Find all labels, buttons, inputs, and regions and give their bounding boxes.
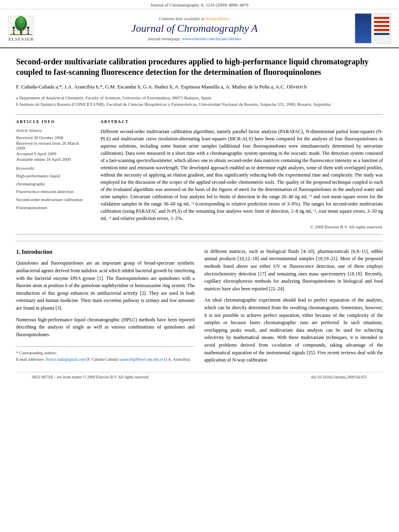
received-revised-date: Received in revised form 26 March 2009 (16, 141, 88, 150)
body-left-column: 1. Introduction Quinolones and fluoroqui… (16, 248, 195, 368)
top-bar: Journal of Chromatography A, 1216 (2009)… (0, 0, 399, 9)
svg-point-4 (18, 16, 24, 24)
keyword-2: Fluorescence emission detection (16, 188, 88, 196)
keywords-list: High-performance liquid chromatography F… (16, 172, 88, 212)
article-info-heading: ARTICLE INFO (16, 119, 88, 124)
authors: F. Cañada-Cañada a,*, J.A. Arancibia b,*… (16, 83, 383, 91)
svg-point-6 (12, 27, 15, 29)
email2-author: (J.A. Arancibia). (164, 357, 191, 362)
copyright-notice: © 2009 Elsevier B.V. All rights reserved… (101, 224, 383, 229)
email1[interactable]: florica nada@gmail.com (45, 357, 85, 362)
main-content: Second-order multivariate calibration pr… (0, 48, 399, 390)
issn-notice: 0021-9673/$ – see front matter © 2009 El… (32, 375, 149, 379)
journal-header: ELSEVIER Contents lists available at Sci… (0, 9, 399, 48)
section-divider (16, 241, 383, 241)
journal-title: Journal of Chromatography A (34, 23, 355, 35)
elsevier-logo: ELSEVIER (8, 16, 34, 41)
abstract-heading: ABSTRACT (101, 119, 383, 124)
article-info-column: ARTICLE INFO Article history: Received 3… (16, 119, 88, 229)
journal-homepage: journal homepage: www.elsevier.com/locat… (34, 36, 355, 41)
intro-paragraph-1: Quinolones and fluoroquinolones are an i… (16, 259, 195, 312)
science-direct-label: ScienceDirect (206, 16, 230, 21)
contents-line: Contents lists available at ScienceDirec… (34, 16, 355, 21)
body-right-column: in different matrices, such as biologica… (204, 248, 383, 368)
homepage-url: www.elsevier.com/locate/chroma (182, 36, 241, 41)
introduction-section: 1. Introduction Quinolones and fluoroqui… (16, 248, 383, 368)
email-line: E-mail addresses: florica nada@gmail.com… (16, 356, 195, 363)
bottom-bar: 0021-9673/$ – see front matter © 2009 El… (16, 372, 383, 382)
available-online-date: Available online 16 April 2009 (16, 157, 88, 162)
affiliation-b: b Instituto de Química Rosario (CONICET-… (16, 101, 383, 108)
elsevier-label: ELSEVIER (8, 37, 34, 41)
abstract-column: ABSTRACT Different second-order multivar… (101, 119, 383, 229)
introduction-title: 1. Introduction (16, 248, 195, 257)
article-title: Second-order multivariate calibration pr… (16, 56, 383, 77)
journal-header-center: Contents lists available at ScienceDirec… (34, 16, 355, 41)
email1-author: (F. Cañada-Cañada) (86, 357, 119, 362)
accepted-date: Accepted 9 April 2009 (16, 151, 88, 156)
keywords-label: Keywords: (16, 166, 88, 170)
intro-right-paragraph-2: An ideal chromatographic experiment shou… (204, 296, 383, 364)
corresponding-label: * Corresponding authors. (16, 350, 195, 356)
journal-cover-image (355, 13, 391, 43)
intro-right-paragraph-1: in different matrices, such as biologica… (204, 248, 383, 293)
keyword-3: Second-order multivariate calibration (16, 196, 88, 204)
footnote-area: * Corresponding authors. E-mail addresse… (16, 346, 195, 363)
intro-paragraph-2: Numerous high-performance liquid chromat… (16, 316, 195, 339)
received-date: Received 30 October 2008 (16, 135, 88, 140)
abstract-text: Different second-order multivariate cali… (101, 128, 383, 222)
journal-citation: Journal of Chromatography A, 1216 (2009)… (150, 2, 249, 7)
article-history-label: Article history: (16, 128, 88, 133)
email2[interactable]: jarancib@fbioyf.unr.edu.ar (119, 357, 163, 362)
keyword-4: Fluoroquinolones (16, 204, 88, 212)
elsevier-tree-icon (8, 16, 34, 36)
keyword-1: High-performance liquid chromatography (16, 172, 88, 188)
affiliation-a: a Department of Analytical Chemistry, Fa… (16, 94, 383, 101)
affiliations: a Department of Analytical Chemistry, Fa… (16, 94, 383, 108)
doi: doi:10.1016/j.chroma.2009.04.033 (311, 375, 367, 379)
svg-point-11 (27, 27, 29, 29)
article-info-abstract-section: ARTICLE INFO Article history: Received 3… (16, 114, 383, 234)
